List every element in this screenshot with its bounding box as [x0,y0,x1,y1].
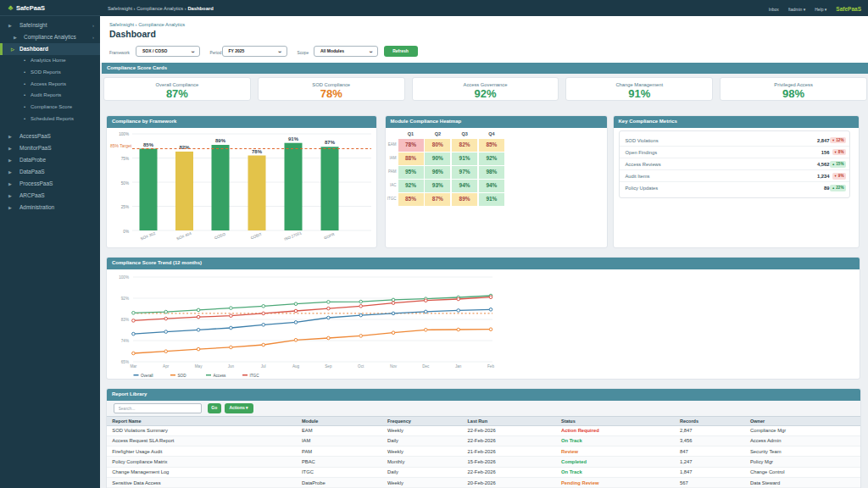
svg-text:83%: 83% [121,318,129,322]
svg-text:75%: 75% [121,157,129,161]
svg-text:85%: 85% [143,141,154,147]
svg-text:82%: 82% [179,145,190,150]
svg-text:87%: 87% [325,140,336,145]
svg-text:Mar: Mar [130,363,136,368]
svg-text:Nov: Nov [390,363,398,368]
svg-text:Apr: Apr [163,363,170,368]
svg-text:50%: 50% [121,180,129,185]
svg-text:ITGC: ITGC [250,373,260,377]
svg-text:92%: 92% [121,297,129,301]
svg-text:Aug: Aug [292,363,300,368]
svg-text:100%: 100% [119,275,129,280]
svg-text:Access: Access [214,373,227,377]
svg-text:91%: 91% [288,136,299,141]
svg-text:GDPR: GDPR [323,231,336,240]
svg-text:COBIT: COBIT [250,231,263,240]
svg-text:Dec: Dec [422,363,430,368]
svg-text:Feb: Feb [487,363,494,368]
svg-text:SOD: SOD [178,373,187,377]
svg-text:85% Target: 85% Target [110,143,132,148]
svg-text:SOX 302: SOX 302 [140,230,156,241]
svg-text:65%: 65% [121,360,129,364]
svg-text:100%: 100% [119,132,129,136]
svg-text:Jan: Jan [455,363,462,368]
svg-text:Sep: Sep [325,363,332,368]
svg-text:0%: 0% [123,229,129,233]
svg-text:78%: 78% [252,148,263,153]
svg-text:Oct: Oct [358,363,364,368]
svg-text:25%: 25% [121,205,129,209]
svg-text:Jul: Jul [261,363,266,368]
svg-text:May: May [195,363,203,368]
svg-text:74%: 74% [121,339,129,343]
svg-text:Overall: Overall [141,373,153,377]
svg-text:SOX 404: SOX 404 [176,230,192,241]
svg-text:COSO: COSO [214,231,226,240]
svg-text:ISO 27001: ISO 27001 [284,230,303,241]
svg-text:89%: 89% [215,138,226,143]
svg-text:Jun: Jun [228,363,235,368]
